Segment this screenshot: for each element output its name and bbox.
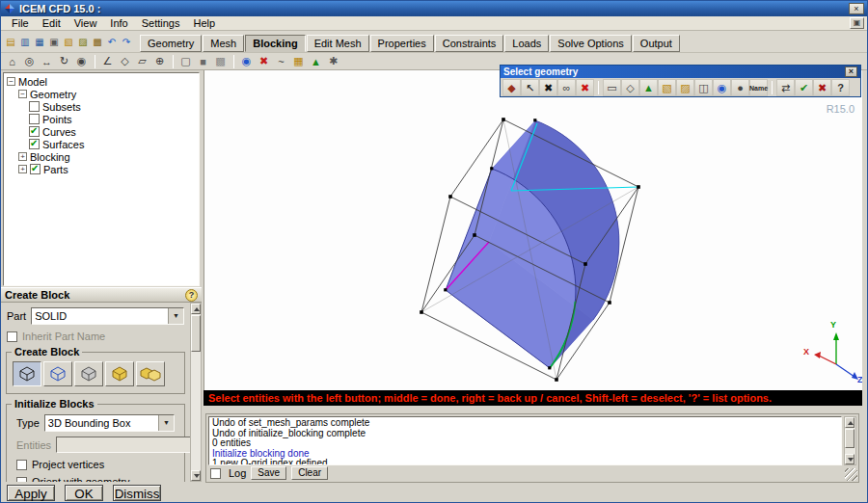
project-vertices-checkbox[interactable] <box>16 460 27 470</box>
parts-checkbox[interactable] <box>30 164 41 174</box>
close-button[interactable]: × <box>849 3 864 14</box>
curve-display-icon[interactable]: ~ <box>273 54 289 69</box>
print-icon[interactable]: ▣ <box>47 35 61 49</box>
tree-item-curves[interactable]: Curves <box>4 125 199 138</box>
invert-selection-icon[interactable]: ⇄ <box>776 79 795 96</box>
tab-mesh[interactable]: Mesh <box>203 35 244 52</box>
scrollbar-thumb[interactable] <box>191 315 201 352</box>
tree-item-surfaces[interactable]: Surfaces <box>4 138 199 150</box>
tab-properties[interactable]: Properties <box>370 35 434 52</box>
2d-planar-block-icon[interactable] <box>43 361 72 386</box>
settings-icon[interactable]: ✱ <box>325 54 341 69</box>
message-log[interactable]: Undo of set_mesh_params complete Undo of… <box>208 416 842 465</box>
tree-item-subsets[interactable]: Subsets <box>4 100 199 113</box>
selection-help-icon[interactable]: ? <box>831 79 850 96</box>
clear-log-button[interactable]: Clear <box>291 466 328 480</box>
scrollbar-thumb[interactable] <box>845 429 854 448</box>
resize-grip[interactable] <box>845 468 857 481</box>
rect-region-icon[interactable]: ▭ <box>603 79 621 96</box>
subsets-checkbox[interactable] <box>29 101 40 112</box>
inherit-part-checkbox[interactable] <box>7 331 17 342</box>
mapped-block-icon[interactable] <box>74 361 103 386</box>
chain-select-icon[interactable]: ∞ <box>557 79 576 96</box>
blocking-toggle-icon[interactable]: ▩ <box>91 35 104 49</box>
panel-scrollbar[interactable] <box>190 303 202 482</box>
scroll-down-icon[interactable] <box>845 454 854 464</box>
log-scrollbar[interactable] <box>844 416 856 465</box>
select-blocks-icon[interactable]: ▧ <box>658 79 676 96</box>
menu-settings[interactable]: Settings <box>135 16 187 30</box>
scroll-up-icon[interactable] <box>845 417 854 428</box>
tab-output[interactable]: Output <box>633 35 680 52</box>
surface-display-icon[interactable]: ▦ <box>290 54 307 69</box>
surfaces-checkbox[interactable] <box>29 139 40 149</box>
ok-button[interactable]: OK <box>65 485 103 501</box>
measure-distance-icon[interactable]: ∠ <box>99 54 116 69</box>
select-by-name-icon[interactable]: Name <box>749 79 768 96</box>
zoom-window-icon[interactable]: ◎ <box>21 54 38 69</box>
select-toolbar-titlebar[interactable]: Select geometry × <box>501 66 860 78</box>
swept-block-icon[interactable] <box>105 361 134 386</box>
accept-selection-icon[interactable]: ✔ <box>795 79 813 96</box>
spheres-display-icon[interactable]: ◉ <box>238 54 255 69</box>
tab-loads[interactable]: Loads <box>504 35 549 52</box>
crosshair-select-icon[interactable]: ✖ <box>539 79 557 96</box>
select-visible-icon[interactable]: ▲ <box>639 79 658 96</box>
select-geometry-toolbar[interactable]: Select geometry × ◆ ↖ ✖ ∞ ✖ ▭ ◇ ▲ ▧ ▨ ◫ … <box>500 65 861 97</box>
menu-info[interactable]: Info <box>103 16 134 30</box>
restore-window-icon[interactable]: ▣ <box>850 17 864 29</box>
tree-item-geometry[interactable]: Geometry <box>4 88 199 100</box>
tab-edit-mesh[interactable]: Edit Mesh <box>307 35 369 52</box>
save-project-icon[interactable]: ▥ <box>18 35 32 49</box>
pointer-select-icon[interactable]: ↖ <box>521 79 539 96</box>
geometry-toggle-icon[interactable]: ▧ <box>62 35 75 49</box>
axis-view-icon[interactable]: ⊕ <box>151 54 168 69</box>
points-checkbox[interactable] <box>29 114 40 124</box>
log-checkbox[interactable] <box>210 468 221 479</box>
orient-with-geometry-checkbox[interactable] <box>16 477 27 483</box>
viewport-3d[interactable]: R15.0 Y X Z <box>203 70 862 390</box>
entities-input[interactable] <box>56 437 190 453</box>
tree-item-parts[interactable]: Parts <box>4 163 199 175</box>
menu-help[interactable]: Help <box>186 16 222 30</box>
select-vertices-icon[interactable]: ◉ <box>713 79 731 96</box>
cancel-selection-icon[interactable]: ✖ <box>813 79 831 96</box>
dismiss-button[interactable]: Dismiss <box>113 485 161 501</box>
fit-window-icon[interactable]: ⌂ <box>4 54 20 69</box>
tree-item-blocking[interactable]: Blocking <box>4 150 199 163</box>
redo-icon[interactable]: ↷ <box>120 35 133 49</box>
mesh-quality-icon[interactable]: ▲ <box>308 54 324 69</box>
view-direction-icon[interactable]: ◇ <box>117 54 133 69</box>
scroll-down-icon[interactable] <box>191 470 201 481</box>
collapse-icon[interactable] <box>7 77 15 86</box>
part-combobox[interactable]: SOLID <box>31 307 184 325</box>
help-icon[interactable]: ? <box>185 289 198 302</box>
tab-geometry[interactable]: Geometry <box>140 35 202 52</box>
save-as-icon[interactable]: ▦ <box>33 35 46 49</box>
deselect-all-icon[interactable]: ✖ <box>576 79 594 96</box>
wireframe-mode-icon[interactable]: ▢ <box>177 54 194 69</box>
poly-region-icon[interactable]: ◇ <box>621 79 639 96</box>
saved-views-icon[interactable]: ▱ <box>134 54 150 69</box>
3d-block-icon[interactable] <box>13 361 41 386</box>
select-edges-icon[interactable]: ◫ <box>694 79 713 96</box>
select-parts-icon[interactable]: ● <box>731 79 749 96</box>
rotate-view-icon[interactable]: ↻ <box>56 54 72 69</box>
save-log-button[interactable]: Save <box>251 466 286 480</box>
tree-item-points[interactable]: Points <box>4 113 199 125</box>
transparent-mode-icon[interactable]: ▩ <box>212 54 229 69</box>
chevron-down-icon[interactable] <box>168 308 183 324</box>
expand-icon[interactable] <box>18 165 27 173</box>
type-combobox[interactable]: 3D Bounding Box <box>44 414 175 432</box>
menu-file[interactable]: File <box>5 16 36 30</box>
sticky-select-icon[interactable]: ◆ <box>502 79 521 96</box>
scroll-up-icon[interactable] <box>191 304 201 314</box>
apply-button[interactable]: Apply <box>7 485 55 501</box>
tab-solve-options[interactable]: Solve Options <box>550 35 631 52</box>
shaded-mode-icon[interactable]: ■ <box>195 54 211 69</box>
zoom-in-icon[interactable]: ◉ <box>73 54 90 69</box>
tree-item-model[interactable]: Model <box>4 75 199 88</box>
tab-blocking[interactable]: Blocking <box>245 35 305 52</box>
curves-checkbox[interactable] <box>29 126 40 137</box>
expand-icon[interactable] <box>18 152 27 161</box>
